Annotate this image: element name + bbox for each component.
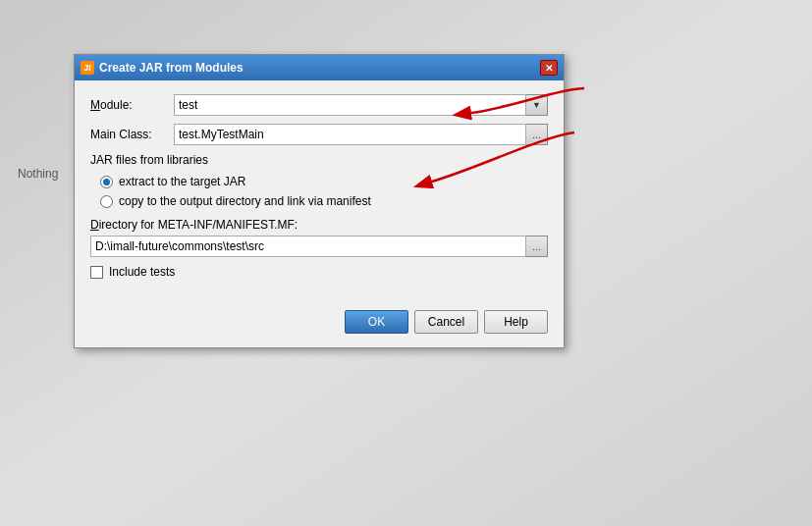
module-input-group: ▼ <box>174 94 548 116</box>
dialog-title-area: JI Create JAR from Modules <box>81 61 244 75</box>
ok-button[interactable]: OK <box>345 310 408 334</box>
main-class-browse-button[interactable]: ... <box>526 124 548 145</box>
dialog-app-icon: JI <box>81 61 94 75</box>
dialog-title: Create JAR from Modules <box>99 61 244 75</box>
cancel-button[interactable]: Cancel <box>414 310 478 334</box>
include-tests-checkbox[interactable] <box>90 266 103 279</box>
help-button[interactable]: Help <box>484 310 548 334</box>
directory-input[interactable] <box>90 236 526 257</box>
radio-extract-row: extract to the target JAR <box>100 175 548 188</box>
main-class-label: Main Class: <box>90 128 174 141</box>
dialog-create-jar: JI Create JAR from Modules ✕ Module: ▼ M… <box>74 54 565 348</box>
directory-section: Directory for META-INF/MANIFEST.MF: ... <box>90 218 548 257</box>
close-button[interactable]: ✕ <box>540 60 558 76</box>
radio-group: extract to the target JAR copy to the ou… <box>100 175 548 208</box>
include-tests-row: Include tests <box>90 265 548 279</box>
module-label: Module: <box>90 98 174 112</box>
dialog-titlebar: JI Create JAR from Modules ✕ <box>75 55 564 80</box>
module-input[interactable] <box>174 94 526 116</box>
directory-input-row: ... <box>90 236 548 257</box>
main-class-input[interactable] <box>174 124 526 145</box>
include-tests-label: Include tests <box>109 265 175 279</box>
directory-browse-button[interactable]: ... <box>526 236 548 257</box>
radio-copy-row: copy to the output directory and link vi… <box>100 194 548 208</box>
radio-copy-label: copy to the output directory and link vi… <box>119 194 371 208</box>
dialog-footer: OK Cancel Help <box>75 304 564 347</box>
module-row: Module: ▼ <box>90 94 548 116</box>
directory-label: Directory for META-INF/MANIFEST.MF: <box>90 218 548 232</box>
main-class-input-group: ... <box>174 124 548 145</box>
dialog-body: Module: ▼ Main Class: ... JAR files from… <box>75 80 564 304</box>
radio-extract-label: extract to the target JAR <box>119 175 245 188</box>
desktop-nothing-label: Nothing <box>18 167 58 181</box>
jar-files-section-header: JAR files from libraries <box>90 153 548 167</box>
main-class-row: Main Class: ... <box>90 124 548 145</box>
radio-extract[interactable] <box>100 176 113 188</box>
radio-copy[interactable] <box>100 195 113 208</box>
module-dropdown-button[interactable]: ▼ <box>526 94 548 116</box>
